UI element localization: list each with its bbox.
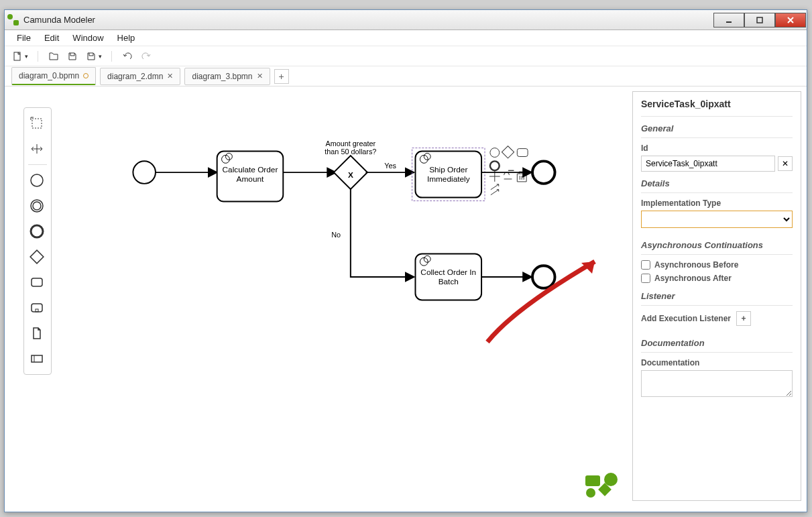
svg-rect-7 [30,250,44,264]
flow-label-yes: Yes [384,162,396,170]
section-async: Asynchronous Continuations [641,240,793,255]
properties-panel: ServiceTask_0ipxatt General Id ✕ Details… [632,91,801,501]
svg-text:Amount greaterthan 50 dollars?: Amount greaterthan 50 dollars? [325,139,376,156]
pad-end-event-icon[interactable] [490,161,500,170]
new-file-icon[interactable] [11,50,23,62]
svg-text:Ship OrderImmediately: Ship OrderImmediately [427,165,470,184]
maximize-button[interactable] [744,13,775,27]
add-listener-row: Add Execution Listener + [641,311,793,326]
end-event-2[interactable] [532,266,555,288]
save-as-icon[interactable] [85,50,97,62]
titlebar: Camunda Modeler [5,10,807,30]
section-general: General [641,123,793,138]
clear-id-button[interactable]: ✕ [778,156,793,171]
app-window: Camunda Modeler File Edit Window Help ▾ … [4,9,807,512]
close-tab-icon[interactable]: ✕ [257,72,263,80]
tab-diagram-3[interactable]: diagram_3.bpmn✕ [184,68,270,85]
svg-point-6 [31,225,43,237]
menu-edit[interactable]: Edit [38,31,66,45]
pad-event-icon[interactable] [490,148,500,158]
tool-palette [23,107,52,375]
svg-point-5 [33,202,41,210]
close-button[interactable] [775,13,806,27]
add-tab-button[interactable]: + [274,69,289,84]
menu-file[interactable]: File [10,31,38,45]
section-documentation: Documentation [641,338,793,353]
pad-gateway-icon[interactable] [502,146,514,158]
save-icon[interactable] [66,50,78,62]
pad-trash-icon[interactable] [517,172,526,182]
tab-diagram-2[interactable]: diagram_2.dmn✕ [100,68,180,85]
menubar: File Edit Window Help [5,30,807,46]
pad-connect-icon[interactable] [491,184,499,195]
diagram-canvas[interactable]: Calculate OrderAmount X Amount greaterth… [58,87,627,506]
svg-rect-2 [32,119,42,128]
toolbar: ▾ ▾ [5,46,807,66]
svg-rect-0 [757,17,762,23]
app-icon [7,14,19,26]
window-title: Camunda Modeler [23,15,713,25]
impl-type-label: Implementation Type [641,198,793,208]
context-pad: ⎯ [489,146,528,195]
redo-icon[interactable] [140,50,152,62]
lasso-tool-icon[interactable] [24,111,50,136]
pad-annotation-icon[interactable]: ⎯ [508,161,514,171]
svg-rect-9 [32,304,42,312]
svg-rect-24 [585,475,600,486]
participant-icon[interactable] [24,346,50,371]
start-event-icon[interactable] [24,168,50,193]
pad-task-icon[interactable] [517,149,528,157]
minimize-button[interactable] [713,13,744,27]
open-icon[interactable] [48,50,60,62]
end-event-icon[interactable] [24,219,50,244]
async-after-check[interactable]: Asynchronous After [641,274,793,283]
gateway-icon[interactable] [24,244,50,270]
space-tool-icon[interactable] [24,136,50,162]
close-tab-icon[interactable]: ✕ [167,72,173,80]
camunda-logo-icon [584,471,619,498]
impl-type-select[interactable] [641,211,793,228]
end-event-1[interactable] [532,161,555,184]
svg-rect-11 [32,355,42,362]
task-icon[interactable] [24,270,50,295]
dirty-indicator-icon [83,73,89,78]
panel-collapse-tab[interactable] [632,199,633,233]
id-input[interactable] [641,156,775,172]
undo-icon[interactable] [121,50,133,62]
window-buttons [713,13,806,27]
body-area: Calculate OrderAmount X Amount greaterth… [5,87,807,506]
section-details: Details [641,178,793,193]
tabstrip: diagram_0.bpmn diagram_2.dmn✕ diagram_3.… [5,66,807,87]
id-label: Id [641,143,793,153]
flow-label-no: No [331,231,341,239]
add-listener-button[interactable]: + [736,311,751,326]
subprocess-icon[interactable] [24,295,50,321]
svg-point-25 [604,473,618,486]
svg-point-3 [31,174,43,186]
pad-wrench-icon[interactable] [504,172,512,179]
svg-rect-8 [32,278,42,286]
svg-point-27 [586,488,595,498]
menu-help[interactable]: Help [111,31,142,45]
start-event[interactable] [133,161,156,184]
intermediate-event-icon[interactable] [24,193,50,219]
svg-text:X: X [348,170,353,180]
menu-window[interactable]: Window [66,31,110,45]
tab-diagram-0[interactable]: diagram_0.bpmn [11,67,96,85]
section-listener: Listener [641,291,793,306]
panel-title: ServiceTask_0ipxatt [641,99,793,117]
async-before-check[interactable]: Asynchronous Before [641,260,793,270]
data-object-icon[interactable] [24,321,50,346]
documentation-textarea[interactable] [641,370,793,397]
documentation-label: Documentation [641,358,793,367]
